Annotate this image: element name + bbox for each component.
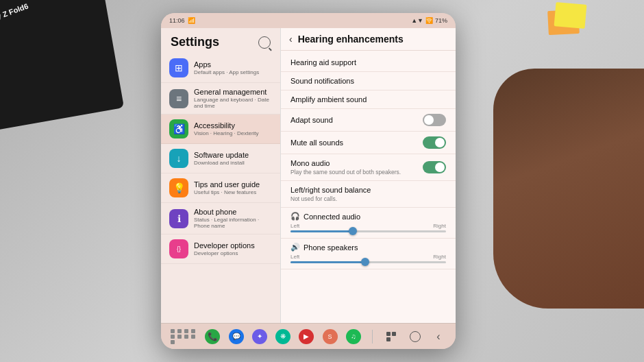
mono-audio-item[interactable]: Mono audio Play the same sound out of bo… bbox=[281, 154, 456, 181]
tips-title: Tips and user guide bbox=[194, 180, 272, 189]
hearing-aid-support-item[interactable]: Hearing aid support bbox=[281, 53, 456, 72]
hearing-header: ‹ Hearing enhancements bbox=[281, 28, 456, 51]
grid-dot bbox=[171, 340, 175, 344]
about-text: About phone Status · Legal information ·… bbox=[194, 208, 272, 229]
grid-dot bbox=[177, 335, 182, 339]
mute-all-toggle[interactable] bbox=[423, 136, 446, 149]
connected-audio-thumb[interactable] bbox=[349, 227, 357, 235]
search-icon[interactable] bbox=[258, 36, 271, 49]
box-label: Galaxy Z Fold6 bbox=[0, 1, 29, 27]
sidebar-item-about[interactable]: ℹ About phone Status · Legal information… bbox=[161, 203, 280, 234]
connected-audio-slider[interactable] bbox=[290, 230, 446, 232]
software-title: Software update bbox=[194, 151, 272, 159]
settings-list: ⊞ Apps Default apps · App settings ≡ Gen… bbox=[161, 53, 280, 323]
mono-audio-sub: Play the same sound out of both speakers… bbox=[290, 169, 401, 176]
mono-audio-row: Mono audio Play the same sound out of bo… bbox=[290, 159, 446, 176]
speaker-icon: 🔊 bbox=[290, 243, 300, 252]
general-subtitle: Language and keyboard · Date and time bbox=[194, 97, 272, 109]
adapt-sound-toggle[interactable] bbox=[423, 114, 446, 126]
nav-bixby-app[interactable]: ❋ bbox=[275, 329, 290, 344]
nav-youtube-app[interactable]: ▶ bbox=[299, 329, 314, 344]
mute-all-item[interactable]: Mute all sounds bbox=[281, 132, 456, 154]
speakers-right-label: Right bbox=[433, 254, 446, 260]
mono-audio-text: Mono audio Play the same sound out of bo… bbox=[290, 159, 401, 176]
mono-audio-label: Mono audio bbox=[290, 159, 401, 167]
general-icon: ≡ bbox=[169, 89, 188, 108]
software-subtitle: Download and install bbox=[194, 160, 272, 166]
nav-samsung-app[interactable]: S bbox=[323, 329, 338, 344]
back-button[interactable]: ‹ bbox=[289, 34, 293, 45]
speakers-left-label: Left bbox=[290, 254, 299, 260]
mono-audio-toggle[interactable] bbox=[423, 161, 446, 173]
apps-icon: ⊞ bbox=[169, 58, 188, 77]
hearing-aid-label: Hearing aid support bbox=[290, 58, 356, 67]
developer-icon: {} bbox=[169, 239, 188, 258]
mute-all-row: Mute all sounds bbox=[290, 136, 446, 149]
connected-right-label: Right bbox=[433, 223, 446, 229]
sound-notifications-item[interactable]: Sound notifications bbox=[281, 72, 456, 90]
back-chevron-icon: ‹ bbox=[436, 330, 440, 343]
status-bar: 11:06 📶 ▲▼ 🛜 71% bbox=[161, 13, 456, 28]
connected-audio-header: 🎧 Connected audio bbox=[290, 212, 446, 221]
apps-grid-button[interactable] bbox=[171, 329, 197, 344]
settings-panel: Settings ⊞ Apps Default apps · App setti… bbox=[161, 28, 281, 323]
sidebar-item-apps[interactable]: ⊞ Apps Default apps · App settings bbox=[161, 53, 280, 83]
connected-audio-labels: Left Right bbox=[290, 223, 446, 229]
recents-button[interactable] bbox=[384, 329, 399, 344]
sidebar-item-accessibility[interactable]: ♿ Accessibility Vision · Hearing · Dexte… bbox=[161, 114, 280, 144]
accessibility-text: Accessibility Vision · Hearing · Dexteri… bbox=[194, 121, 272, 136]
status-left: 11:06 📶 bbox=[169, 17, 195, 24]
software-text: Software update Download and install bbox=[194, 151, 272, 166]
phone-speakers-header: 🔊 Phone speakers bbox=[290, 243, 446, 252]
tips-subtitle: Useful tips · New features bbox=[194, 189, 272, 195]
sidebar-item-general[interactable]: ≡ General management Language and keyboa… bbox=[161, 83, 280, 114]
settings-title: Settings bbox=[171, 35, 219, 49]
mono-audio-knob bbox=[435, 162, 445, 172]
sticky-notes bbox=[548, 0, 589, 41]
status-right: ▲▼ 🛜 71% bbox=[411, 17, 447, 24]
lr-balance-sub: Not used for calls. bbox=[290, 195, 371, 202]
grid-dot bbox=[191, 329, 195, 333]
nav-galaxy-app[interactable]: ✦ bbox=[252, 329, 267, 344]
lr-balance-label: Left/right sound balance bbox=[290, 186, 371, 194]
phone-speakers-slider[interactable] bbox=[290, 261, 446, 263]
developer-title: Developer options bbox=[194, 241, 272, 250]
status-icons: 📶 bbox=[188, 17, 195, 24]
nav-messages-app[interactable]: 💬 bbox=[229, 329, 244, 344]
amplify-label: Amplify ambient sound bbox=[290, 95, 367, 104]
adapt-sound-item[interactable]: Adapt sound bbox=[281, 109, 456, 132]
adapt-sound-label: Adapt sound bbox=[290, 116, 333, 124]
sidebar-item-tips[interactable]: 💡 Tips and user guide Useful tips · New … bbox=[161, 173, 280, 203]
about-icon: ℹ bbox=[169, 209, 188, 228]
general-text: General management Language and keyboard… bbox=[194, 88, 272, 109]
lr-balance-text: Left/right sound balance Not used for ca… bbox=[290, 186, 371, 202]
back-button-nav[interactable]: ‹ bbox=[431, 329, 446, 344]
sound-notif-row: Sound notifications bbox=[290, 77, 446, 85]
sidebar-item-software[interactable]: ↓ Software update Download and install bbox=[161, 144, 280, 173]
sidebar-item-developer[interactable]: {} Developer options Developer options bbox=[161, 234, 280, 264]
developer-subtitle: Developer options bbox=[194, 250, 272, 256]
nav-phone-app[interactable]: 📞 bbox=[205, 329, 220, 344]
headphone-icon: 🎧 bbox=[290, 212, 300, 221]
nav-bar: 📞 💬 ✦ ❋ ▶ S ♫ ‹ bbox=[161, 323, 456, 349]
lr-balance-item[interactable]: Left/right sound balance Not used for ca… bbox=[281, 181, 456, 208]
wifi-icon: 🛜 bbox=[425, 17, 433, 24]
hearing-aid-row: Hearing aid support bbox=[290, 58, 446, 67]
about-subtitle: Status · Legal information · Phone name bbox=[194, 217, 272, 229]
general-title: General management bbox=[194, 88, 272, 96]
recents-icon-sq-empty bbox=[392, 337, 396, 341]
amplify-ambient-item[interactable]: Amplify ambient sound bbox=[281, 90, 456, 109]
home-button[interactable] bbox=[408, 329, 423, 344]
nav-spotify-app[interactable]: ♫ bbox=[346, 329, 361, 344]
phone-speakers-thumb[interactable] bbox=[361, 258, 369, 266]
accessibility-icon: ♿ bbox=[169, 119, 188, 138]
software-icon: ↓ bbox=[169, 149, 188, 168]
hand bbox=[493, 69, 644, 309]
lr-balance-row: Left/right sound balance Not used for ca… bbox=[290, 186, 446, 202]
tips-text: Tips and user guide Useful tips · New fe… bbox=[194, 180, 272, 195]
grid-dot bbox=[184, 335, 188, 339]
grid-dot bbox=[171, 335, 175, 339]
recents-icon bbox=[386, 332, 396, 341]
grid-dot bbox=[177, 329, 182, 333]
nav-divider bbox=[372, 330, 373, 343]
